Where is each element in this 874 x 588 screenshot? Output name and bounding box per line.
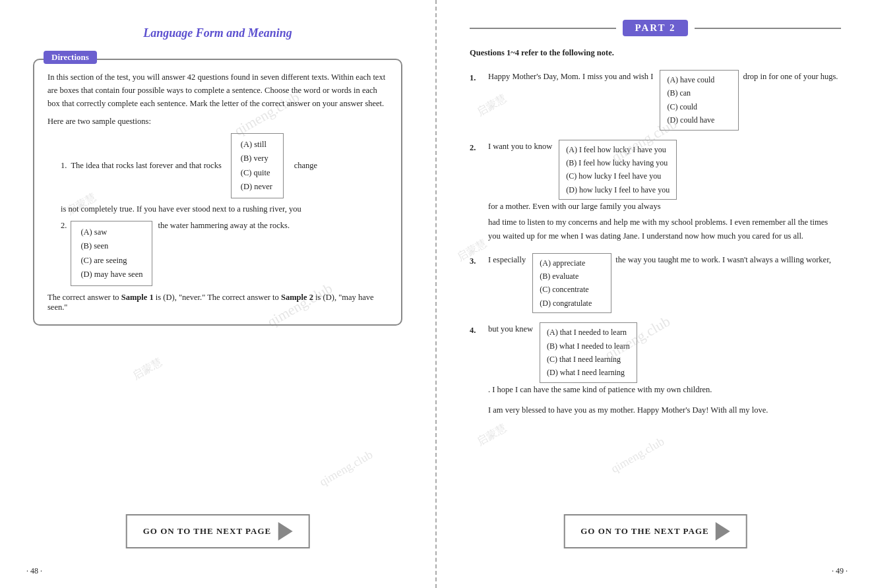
- sample2-option-b: (B) seen: [80, 239, 142, 253]
- correct-answer-text: The correct answer to Sample 1 is (D), "…: [47, 293, 388, 312]
- q2-answer-box: (A) I feel how lucky I have you (B) I fe…: [559, 140, 677, 200]
- part2-badge: PART 2: [623, 20, 687, 36]
- q4-text-before: but you knew: [488, 322, 533, 336]
- q1-text-after: drop in for one of your hugs.: [743, 70, 838, 83]
- q3-answer-box: (A) appreciate (B) evaluate (C) concentr…: [532, 253, 611, 314]
- q4-number: 4.: [470, 322, 488, 337]
- page-num-right: · 49 ·: [832, 566, 848, 576]
- q2-continuation: had time to listen to my concerns and he…: [488, 216, 841, 244]
- part2-header: PART 2: [470, 20, 841, 36]
- q3-opt-b: (B) evaluate: [540, 270, 604, 283]
- sample1-option-d: (D) never: [241, 180, 274, 194]
- part2-line-right: [695, 28, 841, 29]
- q1-opt-d: (D) could have: [667, 113, 732, 127]
- sample1-text: The idea that rocks last forever and tha…: [71, 161, 221, 171]
- sample1-answer-box: (A) still (B) very (C) quite (D) never: [231, 133, 284, 198]
- q2-body: I want you to know (A) I feel how lucky …: [488, 140, 841, 214]
- q3-text-before: I especially: [488, 253, 526, 266]
- watermark-r6: qimeng.club: [609, 434, 667, 476]
- bold-sample2: Sample 2: [281, 293, 313, 302]
- page-num-left: · 48 ·: [26, 566, 42, 576]
- sample-q2-row: 2. (A) saw (B) seen (C) are seeing (D) m…: [61, 221, 388, 286]
- left-page: qimeng.club 启蒙慧 qimeng.club 启蒙慧 qimeng.c…: [0, 0, 437, 588]
- q2-opt-a: (A) I feel how lucky I have you: [566, 143, 670, 156]
- q3-opt-d: (D) congratulate: [540, 297, 604, 310]
- directions-label: Directions: [44, 51, 97, 64]
- go-next-button-left[interactable]: GO ON TO THE NEXT PAGE: [126, 514, 310, 548]
- right-page: 启蒙慧 qimeng.club 启蒙慧 qimeng.club 启蒙慧 qime…: [437, 0, 874, 588]
- question-1-block: 1. Happy Mother's Day, Mom. I miss you a…: [470, 70, 841, 131]
- bold-sample1: Sample 1: [121, 293, 154, 302]
- q1-opt-c: (C) could: [667, 100, 732, 113]
- question-4-block: 4. but you knew (A) that I needed to lea…: [470, 322, 841, 396]
- q3-number: 3.: [470, 253, 488, 268]
- q3-opt-a: (A) appreciate: [540, 256, 604, 270]
- q4-opt-c: (C) that I need learning: [547, 353, 630, 366]
- q2-row: 2. I want you to know (A) I feel how luc…: [470, 140, 841, 214]
- q2-text-before: I want you to know: [488, 140, 552, 153]
- watermark5: qimeng.club: [317, 448, 375, 489]
- q1-row: 1. Happy Mother's Day, Mom. I miss you a…: [470, 70, 841, 131]
- sample2-answer-box: (A) saw (B) seen (C) are seeing (D) may …: [71, 221, 152, 286]
- go-next-label-left: GO ON TO THE NEXT PAGE: [143, 526, 272, 537]
- q4-text-after: . I hope I can have the same kind of pat…: [488, 383, 712, 396]
- page-container: qimeng.club 启蒙慧 qimeng.club 启蒙慧 qimeng.c…: [0, 0, 874, 588]
- sample2-option-c: (C) are seeing: [80, 254, 142, 268]
- q3-body: I especially (A) appreciate (B) evaluate…: [488, 253, 841, 314]
- q2-opt-b: (B) I feel how lucky having you: [566, 156, 670, 169]
- sample-q1-row: 1. The idea that rocks last forever and …: [61, 133, 388, 198]
- q4-opt-b: (B) what I needed to learn: [547, 339, 630, 353]
- watermark-r5: 启蒙慧: [475, 421, 509, 449]
- watermark4: 启蒙慧: [131, 355, 165, 383]
- q3-text-after: the way you taught me to work. I wasn't …: [615, 253, 831, 266]
- q4-opt-a: (A) that I needed to learn: [547, 326, 630, 339]
- q4-opt-d: (D) what I need learning: [547, 366, 630, 379]
- sample2-num: 2.: [61, 221, 67, 231]
- q4-body: but you knew (A) that I needed to learn …: [488, 322, 841, 396]
- arrow-right-icon-left: [278, 522, 292, 541]
- q1-body: Happy Mother's Day, Mom. I miss you and …: [488, 70, 841, 131]
- go-next-label-right: GO ON TO THE NEXT PAGE: [580, 526, 709, 537]
- question-2-block: 2. I want you to know (A) I feel how luc…: [470, 140, 841, 244]
- part2-line-left: [470, 28, 616, 29]
- directions-box: Directions In this section of the test, …: [33, 59, 402, 326]
- q1-text-before: Happy Mother's Day, Mom. I miss you and …: [488, 70, 653, 83]
- q2-opt-c: (C) how lucky I feel have you: [566, 169, 670, 183]
- sample2-option-d: (D) may have seen: [80, 268, 142, 281]
- q1-opt-a: (A) have could: [667, 73, 732, 86]
- sample1-option-b: (B) very: [241, 152, 274, 165]
- sample2-text: the water hammering away at the rocks.: [158, 221, 290, 231]
- q3-opt-c: (C) concentrate: [540, 283, 604, 296]
- question-3-block: 3. I especially (A) appreciate (B) evalu…: [470, 253, 841, 314]
- sample-intro: Here are two sample questions:: [47, 117, 388, 127]
- q3-row: 3. I especially (A) appreciate (B) evalu…: [470, 253, 841, 314]
- arrow-right-icon-right: [716, 522, 730, 541]
- sample2-before: is not completely true. If you have ever…: [61, 202, 388, 216]
- q1-opt-b: (B) can: [667, 86, 732, 100]
- directions-text: In this section of the test, you will an…: [47, 71, 388, 110]
- sample1-num: 1.: [61, 161, 67, 171]
- q4-answer-box: (A) that I needed to learn (B) what I ne…: [540, 322, 637, 383]
- left-title: Language Form and Meaning: [33, 26, 402, 40]
- q2-number: 2.: [470, 140, 488, 154]
- q1-number: 1.: [470, 70, 488, 84]
- sample1-option-c: (C) quite: [241, 166, 274, 180]
- sample1-option-a: (A) still: [241, 138, 274, 152]
- sample2-option-a: (A) saw: [80, 225, 142, 239]
- q2-text-after: for a mother. Even with our large family…: [488, 200, 661, 213]
- q1-answer-box: (A) have could (B) can (C) could (D) cou…: [660, 70, 739, 131]
- go-next-button-right[interactable]: GO ON TO THE NEXT PAGE: [563, 514, 747, 548]
- blessed-text: I am very blessed to have you as my moth…: [488, 405, 841, 415]
- q2-opt-d: (D) how lucky I feel to have you: [566, 183, 670, 196]
- q4-row: 4. but you knew (A) that I needed to lea…: [470, 322, 841, 396]
- ref-note: Questions 1~4 refer to the following not…: [470, 48, 841, 58]
- sample1-after: change: [294, 161, 317, 171]
